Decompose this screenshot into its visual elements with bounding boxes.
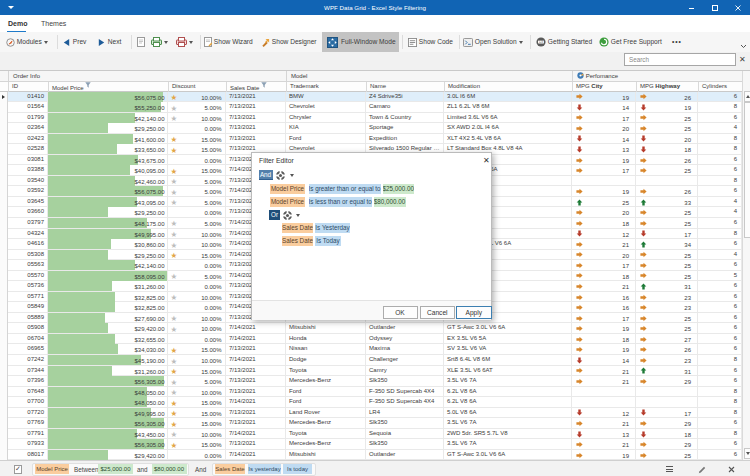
svg-text:123: 123 (539, 40, 544, 44)
